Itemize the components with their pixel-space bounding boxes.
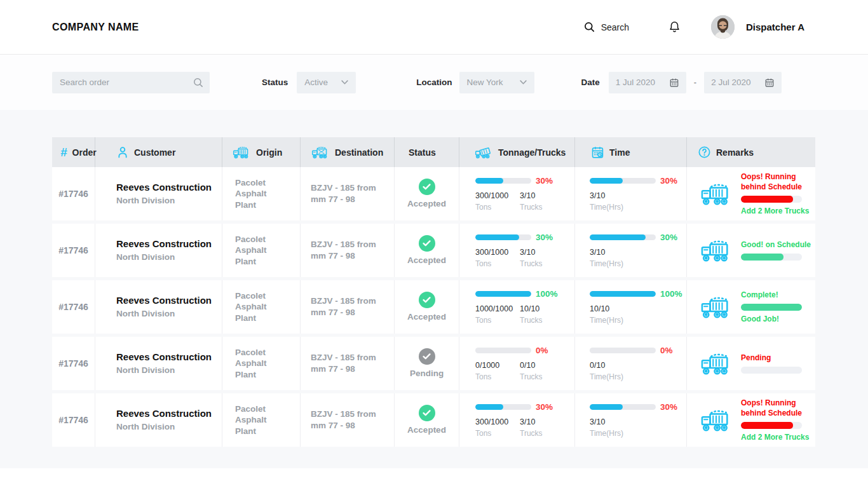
column-header-destination[interactable]: Destination [301,137,395,167]
date-to-field[interactable]: 2 Jul 2020 [704,72,782,93]
remark-progress-bar [741,304,802,311]
status-filter-label: Status [262,78,288,87]
status-check-icon [419,179,435,195]
table-row[interactable]: #17746Reeves ConstructionNorth DivisionP… [52,393,815,447]
tonnage-percent: 100% [536,289,558,299]
column-header-status[interactable]: Status [395,137,459,167]
table-row[interactable]: #17746Reeves ConstructionNorth DivisionP… [52,337,815,390]
origin-text: Pacolet Asphalt Plant [235,403,288,437]
date-from-field[interactable]: 1 Jul 2020 [609,72,686,93]
status-check-icon [419,348,435,365]
tons-label: Tons [475,429,520,438]
trucks-label: Trucks [520,372,543,381]
trucks-value: 10/10 [520,304,543,313]
origin-text: Pacolet Asphalt Plant [235,234,288,268]
tonnage-percent: 30% [536,176,553,186]
search-icon[interactable] [193,77,204,88]
column-label: Destination [335,147,383,158]
dump-truck-icon [700,182,733,206]
table-row[interactable]: #17746Reeves ConstructionNorth DivisionP… [52,224,815,277]
date-filter-label: Date [581,78,600,87]
location-filter-label: Location [416,78,452,87]
remark-action[interactable]: Add 2 More Trucks [741,433,815,442]
customer-division: North Division [116,195,222,207]
time-progress-bar [590,291,656,297]
filter-bar: Status Active Location New York Date 1 J… [0,55,868,110]
tons-value: 300/1000 [475,417,520,426]
dump-truck-icon [700,238,733,262]
customer-division: North Division [116,308,222,320]
tons-value: 1000/1000 [475,304,520,313]
status-label: Accepted [407,198,446,210]
remark-progress-bar [741,422,802,429]
tonnage-progress-bar [475,291,531,297]
column-label: Order [72,147,97,158]
tons-value: 0/1000 [475,361,520,370]
status-filter-select[interactable]: Active [297,72,356,93]
table-header: # Order Customer Origin Destination Stat… [52,137,815,167]
column-label: Status [409,147,436,158]
column-header-remarks[interactable]: Remarks [687,137,815,167]
column-header-order[interactable]: # Order [52,137,95,167]
trucks-label: Trucks [520,203,543,212]
trucks-label: Trucks [520,316,543,325]
tonnage-percent: 0% [536,346,548,355]
status-label: Accepted [407,311,446,323]
customer-name: Reeves Construction [116,351,222,362]
location-filter-select[interactable]: New York [459,72,534,93]
time-percent: 30% [660,402,677,412]
remark-action[interactable]: Add 2 More Trucks [741,207,815,215]
search-icon [583,21,595,33]
time-progress-bar [590,234,656,240]
destination-text: BZJV - 185 from mm 77 - 98 [311,182,376,205]
column-header-customer[interactable]: Customer [95,137,222,167]
order-search-input[interactable] [52,72,210,93]
status-filter-value: Active [304,78,328,87]
destination-text: BZJV - 185 from mm 77 - 98 [311,352,376,374]
trucks-label: Trucks [520,259,543,268]
top-header: COMPANY NAME Search Dispatcher A [0,0,868,55]
destination-text: BZJV - 185 from mm 77 - 98 [311,409,376,431]
status-label: Pending [410,368,444,379]
time-label: Time(Hrs) [590,429,623,438]
date-to-value: 2 Jul 2020 [711,78,750,87]
calendar-clock-icon [591,146,604,159]
customer-name: Reeves Construction [116,238,222,249]
status-label: Accepted [407,255,446,266]
customer-division: North Division [116,252,222,263]
table-row[interactable]: #17746Reeves ConstructionNorth DivisionP… [52,167,815,220]
remark-progress-bar [741,196,802,203]
status-label: Accepted [407,424,446,436]
status-check-icon [419,235,435,252]
trucks-value: 3/10 [520,248,543,257]
column-header-origin[interactable]: Origin [222,137,301,167]
customer-division: North Division [116,421,222,433]
dump-truck-icon [700,351,733,376]
dump-truck-icon [700,408,733,432]
time-label: Time(Hrs) [590,203,623,212]
footer-strip [0,468,868,488]
time-percent: 100% [660,289,682,299]
truck-icon [232,145,251,159]
table-body: #17746Reeves ConstructionNorth DivisionP… [52,167,815,447]
tons-label: Tons [475,372,520,381]
tonnage-progress-bar [475,234,531,240]
table-row[interactable]: #17746Reeves ConstructionNorth DivisionP… [52,280,815,334]
time-value: 10/10 [590,304,623,313]
remark-action[interactable]: Good Job! [741,315,815,323]
column-header-time[interactable]: Time [575,137,687,167]
order-id: #17746 [58,189,88,199]
time-value: 0/10 [590,361,623,370]
time-percent: 0% [660,346,673,355]
user-name: Dispatcher A [746,22,804,32]
trucks-label: Trucks [520,429,543,438]
remark-progress-bar [741,367,802,374]
avatar[interactable] [711,15,735,39]
column-header-tonnage[interactable]: Tonnage/Trucks [459,137,575,167]
notifications-button[interactable] [668,20,681,34]
tonnage-progress-bar [475,348,531,353]
column-label: Tonnage/Trucks [498,147,566,158]
global-search-button[interactable]: Search [583,21,629,33]
tonnage-progress-bar [475,178,531,184]
tons-label: Tons [475,316,520,325]
